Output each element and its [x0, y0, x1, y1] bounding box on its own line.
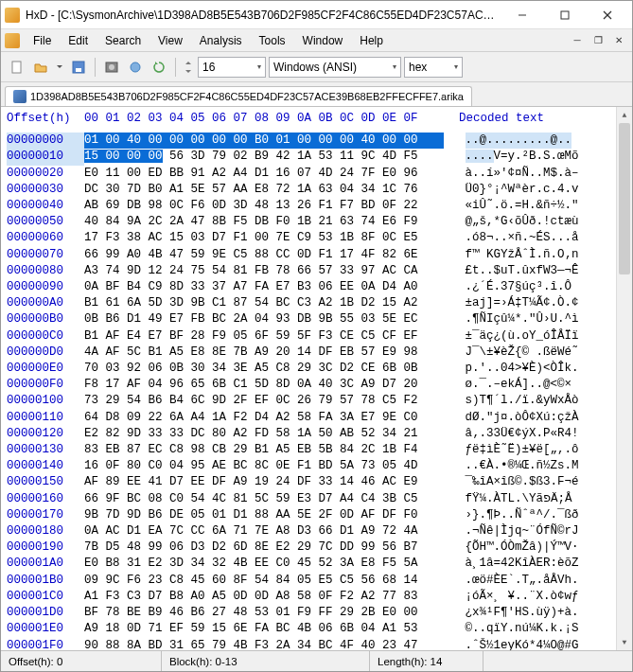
row-bytes[interactable]: 83 EB 87 EC C8 98 CB 29 B1 A5 EB 5B 84 2…: [84, 442, 444, 458]
row-decoded[interactable]: @„š,*G‹õÛð.!ctæù: [466, 214, 579, 230]
hex-row[interactable]: 00000010 15 00 00 00 56 3D 79 02 B9 42 1…: [7, 149, 632, 165]
row-bytes[interactable]: 15 00 00 00 56 3D 79 02 B9 42 1A 53 11 9…: [84, 149, 444, 165]
row-bytes[interactable]: 66 99 A0 4B 47 59 9E C5 88 CC 0D F1 17 4…: [84, 247, 444, 263]
hex-row[interactable]: 00000170 9B 7D 9D B6 DE 05 01 D1 88 AA 5…: [7, 507, 632, 523]
menu-search[interactable]: Search: [97, 32, 149, 49]
row-bytes[interactable]: 0A AC D1 EA 7C CC 6A 71 7E A8 D3 66 D1 A…: [84, 523, 444, 539]
row-bytes[interactable]: 09 9C F6 23 C8 45 60 8F 54 84 05 E5 C5 5…: [84, 573, 444, 589]
row-decoded[interactable]: .¿´É.37§úç³.î.Ô: [466, 279, 579, 295]
row-bytes[interactable]: 17 F3 38 AC 15 03 D7 F1 00 7E C9 53 1B 8…: [84, 230, 444, 246]
row-decoded[interactable]: à..í»'¢¤Ñ..M$.à–: [466, 166, 579, 182]
row-bytes[interactable]: F8 17 AF 04 96 65 6B C1 5D 8D 0A 40 3C A…: [84, 377, 444, 393]
hex-row[interactable]: 00000140 16 0F 80 C0 04 95 AE BC 8C 0E F…: [7, 458, 632, 474]
hex-row[interactable]: 00000130 83 EB 87 EC C8 98 CB 29 B1 A5 E…: [7, 442, 632, 458]
row-decoded[interactable]: ›}.¶Þ..Ñˆª^/.¯ßð: [466, 507, 579, 523]
hex-row[interactable]: 00000060 17 F3 38 AC 15 03 D7 F1 00 7E C…: [7, 230, 632, 246]
encoding-combo[interactable]: Windows (ANSI) ▾: [269, 57, 401, 78]
row-decoded[interactable]: Ü0}°¡^Wªèr.c.4.v: [466, 182, 579, 198]
row-bytes[interactable]: B1 61 6A 5D 3D 9B C1 87 54 BC C3 A2 1B D…: [84, 295, 444, 311]
row-bytes[interactable]: 9B 7D 9D B6 DE 05 01 D1 88 AA 5E 2F 0D A…: [84, 507, 444, 523]
row-bytes[interactable]: A9 18 0D 71 EF 59 15 6E FA BC 4B 06 6B 0…: [84, 621, 444, 637]
row-bytes[interactable]: 66 9F BC 08 C0 54 4C 81 5C 59 E3 D7 A4 C…: [84, 491, 444, 507]
row-bytes[interactable]: 70 03 92 06 0B 30 34 3E A5 C8 29 3C D2 C…: [84, 361, 444, 377]
hex-row[interactable]: 00000040 AB 69 DB 98 0C F6 0D 3D 48 13 2…: [7, 198, 632, 214]
minimize-button[interactable]: [501, 2, 543, 28]
close-button[interactable]: [586, 2, 628, 28]
menu-tools[interactable]: Tools: [252, 32, 293, 49]
save-button[interactable]: [68, 57, 89, 78]
hex-data-area[interactable]: 00000000 01 00 40 00 00 00 00 00 B0 01 0…: [7, 133, 632, 650]
row-decoded[interactable]: fŸ¼.ÀTL.\YãפÄ;Å: [466, 491, 572, 507]
hex-row[interactable]: 00000150 AF 89 EE 41 D7 EE DF A9 19 24 D…: [7, 474, 632, 490]
row-bytes[interactable]: 4A AF 5C B1 A5 E8 8E 7B A9 20 14 DF EB 5…: [84, 345, 444, 361]
vertical-scrollbar[interactable]: ▲ ▼: [616, 107, 632, 650]
hex-row[interactable]: 00000120 E2 82 9D 33 33 DC 80 A2 FD 58 1…: [7, 426, 632, 442]
maximize-button[interactable]: [543, 2, 586, 28]
hex-row[interactable]: 000000B0 0B B6 D1 49 E7 FB BC 2A 04 93 D…: [7, 311, 632, 327]
row-decoded[interactable]: .œö#ÈE`.T„.åÅVh.: [466, 573, 579, 589]
row-decoded[interactable]: .ó8¬..×ñ.~ÉS...å: [466, 230, 579, 246]
row-decoded[interactable]: à¸1â=42KîÀER:èõZ: [466, 556, 579, 572]
row-bytes[interactable]: B1 AF E4 E7 BF 28 F9 05 6F 59 5F F3 CE C…: [84, 328, 444, 345]
row-bytes[interactable]: DC 30 7D B0 A1 5E 57 AA E8 72 1A 63 04 3…: [84, 182, 444, 198]
row-bytes[interactable]: A1 F3 C3 D7 B8 A0 A5 0D 0D A8 58 0F F2 A…: [84, 589, 444, 605]
mdi-restore-button[interactable]: ❐: [589, 33, 607, 48]
hex-row[interactable]: 000000A0 B1 61 6A 5D 3D 9B C1 87 54 BC C…: [7, 295, 632, 311]
scroll-thumb[interactable]: [619, 123, 630, 274]
hex-row[interactable]: 00000070 66 99 A0 4B 47 59 9E C5 88 CC 0…: [7, 247, 632, 263]
hex-row[interactable]: 000001D0 BF 78 BE B9 46 B6 27 48 53 01 F…: [7, 605, 632, 621]
row-decoded[interactable]: ƒë‡ìÈ˜Ë)±¥ë[„,.ô: [466, 442, 579, 458]
row-decoded[interactable]: .¬Ñê|Ìjq~¨ÓfÑ©rJ: [466, 523, 579, 539]
document-tab[interactable]: 1D398AD8B5E543B706D2F985CF2F4C86C55ED4DF…: [5, 86, 472, 106]
hex-row[interactable]: 000000D0 4A AF 5C B1 A5 E8 8E 7B A9 20 1…: [7, 345, 632, 361]
row-bytes[interactable]: 7B D5 48 99 06 D3 D2 6D 8E E2 29 7C DD 9…: [84, 539, 444, 556]
new-file-button[interactable]: [7, 57, 27, 78]
hex-row[interactable]: 000000E0 70 03 92 06 0B 30 34 3E A5 C8 2…: [7, 361, 632, 377]
row-decoded[interactable]: ....V=y.²B.S.œMõ: [466, 149, 579, 165]
menu-view[interactable]: View: [150, 32, 190, 49]
menu-edit[interactable]: Edit: [61, 32, 96, 49]
hex-row[interactable]: 00000020 E0 11 00 ED BB 91 A2 A4 D1 16 0…: [7, 166, 632, 182]
row-decoded[interactable]: ø.¯.–ekÁ]..@<©×: [466, 377, 579, 393]
hex-row[interactable]: 00000050 40 84 9A 2C 2A 47 8B F5 DB F0 1…: [7, 214, 632, 230]
row-decoded[interactable]: ¯‰îA×îß©.$ß3.F¬é: [466, 474, 579, 490]
row-bytes[interactable]: 40 84 9A 2C 2A 47 8B F5 DB F0 1B 21 63 7…: [84, 214, 444, 230]
open-dropdown-button[interactable]: [54, 57, 65, 78]
hex-row[interactable]: 00000030 DC 30 7D B0 A1 5E 57 AA E8 72 1…: [7, 182, 632, 198]
row-bytes[interactable]: E0 B8 31 E2 3D 34 32 4B EE C0 45 52 3A E…: [84, 556, 444, 572]
row-decoded[interactable]: £t..$uT.ûxfW3—¬Ê: [466, 263, 579, 279]
menu-analysis[interactable]: Analysis: [192, 32, 250, 49]
row-bytes[interactable]: AB 69 DB 98 0C F6 0D 3D 48 13 26 F1 F7 B…: [84, 198, 444, 214]
menu-file[interactable]: File: [26, 32, 59, 49]
hex-row[interactable]: 00000090 0A BF B4 C9 8D 33 37 A7 FA E7 B…: [7, 279, 632, 295]
row-decoded[interactable]: ¿x¾¹F¶'HS.ùÿ)+à.: [466, 605, 579, 621]
scroll-down-arrow[interactable]: ▼: [617, 634, 632, 650]
row-decoded[interactable]: ..€À.•®¼Œ.ñ½Zs.M: [466, 458, 579, 474]
hex-editor[interactable]: Offset(h)00 01 02 03 04 05 06 07 08 09 0…: [1, 107, 632, 650]
row-decoded[interactable]: ±aj]=›Á‡T¼Ã¢.Ò.¢: [466, 295, 579, 311]
hex-row[interactable]: 000001E0 A9 18 0D 71 EF 59 15 6E FA BC 4…: [7, 621, 632, 637]
row-bytes[interactable]: AF 89 EE 41 D7 EE DF A9 19 24 DF 33 14 4…: [84, 474, 444, 490]
row-decoded[interactable]: «iÛ˜.ö.=H.&ñ÷½.": [466, 198, 579, 214]
hex-row[interactable]: 000000C0 B1 AF E4 E7 BF 28 F9 05 6F 59 5…: [7, 328, 632, 345]
row-decoded[interactable]: .ˆŠ½1eyKó*4¼O@#G: [466, 638, 579, 651]
row-decoded[interactable]: dØ."j¤.òÔ¢Xú:çžÀ: [466, 410, 579, 426]
open-disk-button[interactable]: [101, 57, 122, 78]
row-bytes[interactable]: A3 74 9D 12 24 75 54 81 FB 78 66 57 33 9…: [84, 263, 444, 279]
row-decoded[interactable]: p.'..04>¥È)<ÒÎk.: [466, 361, 579, 377]
base-combo[interactable]: hex ▾: [404, 57, 463, 78]
bytes-per-row-spin-down[interactable]: [182, 57, 195, 78]
hex-row[interactable]: 00000180 0A AC D1 EA 7C CC 6A 71 7E A8 D…: [7, 523, 632, 539]
row-decoded[interactable]: .¶ÑIçû¼*."Û›U.^ì: [466, 311, 579, 327]
hex-row[interactable]: 000001A0 E0 B8 31 E2 3D 34 32 4B EE C0 4…: [7, 556, 632, 572]
row-decoded[interactable]: J¯\±¥èŽ{© .ßëWé˜: [466, 345, 579, 361]
hex-row[interactable]: 00000160 66 9F BC 08 C0 54 4C 81 5C 59 E…: [7, 491, 632, 507]
hex-row[interactable]: 000001B0 09 9C F6 23 C8 45 60 8F 54 84 0…: [7, 573, 632, 589]
mdi-minimize-button[interactable]: ─: [568, 33, 587, 48]
row-decoded[interactable]: ¡óÃ×¸ ¥..¨X.ò¢wƒ: [466, 589, 579, 605]
menu-help[interactable]: Help: [352, 32, 391, 49]
row-bytes[interactable]: 0A BF B4 C9 8D 33 37 A7 FA E7 B3 06 EE 0…: [84, 279, 444, 295]
hex-row[interactable]: 000000F0 F8 17 AF 04 96 65 6B C1 5D 8D 0…: [7, 377, 632, 393]
row-bytes[interactable]: 01 00 40 00 00 00 00 00 B0 01 00 00 00 4…: [84, 133, 444, 149]
row-bytes[interactable]: BF 78 BE B9 46 B6 27 48 53 01 F9 FF 29 2…: [84, 605, 444, 621]
